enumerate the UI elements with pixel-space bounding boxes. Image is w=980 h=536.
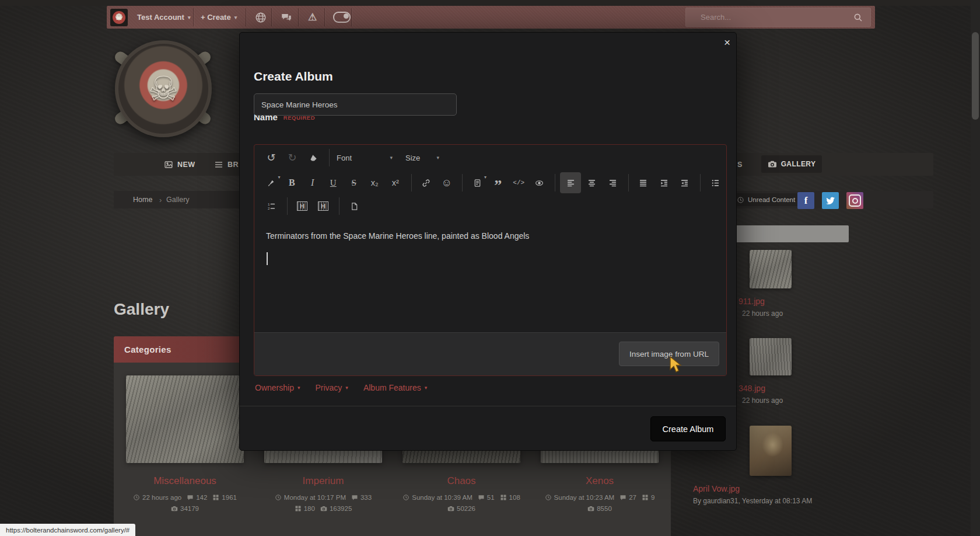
camera-icon — [768, 159, 777, 169]
code-icon[interactable]: </> — [509, 174, 528, 192]
editor-toolbar-row1: ↺↻Font▾Size▾ — [254, 145, 726, 170]
category-title[interactable]: Chaos — [402, 475, 520, 487]
superscript-icon[interactable]: x² — [386, 174, 405, 192]
categories-header-label: Categories — [124, 344, 172, 354]
justify-icon[interactable] — [634, 174, 653, 192]
underline-icon[interactable]: U — [324, 174, 344, 192]
tab-label-partial[interactable]: S — [737, 153, 743, 176]
camera-icon — [587, 505, 594, 512]
header-row-icon[interactable]: H — [292, 197, 312, 215]
album-name-input[interactable] — [254, 93, 457, 116]
breadcrumb-separator: › — [153, 191, 167, 208]
eraser-icon[interactable] — [303, 149, 323, 166]
redo-icon[interactable]: ↻ — [282, 149, 302, 166]
insert-image-url-button[interactable]: Insert image from URL — [619, 342, 719, 366]
editor-content-area[interactable]: Terminators from the Space Marine Heroes… — [254, 217, 726, 242]
subscript-icon[interactable]: x₂ — [365, 174, 385, 192]
gallery-tab[interactable]: GALLERY — [761, 155, 822, 173]
description-editor: ↺↻Font▾Size▾ ▾BIUSx₂x²☺▾”</> 12HH Termin… — [254, 144, 727, 376]
scrollbar-thumb[interactable] — [972, 32, 979, 120]
screen: ☠ Test Account▾ + Create▾ ⚠ ☠ — [0, 0, 980, 536]
category-thumbnail[interactable] — [126, 375, 244, 463]
album-option-album-features[interactable]: Album Features▾ — [363, 383, 427, 392]
svg-text:2: 2 — [267, 206, 270, 210]
align-right-icon[interactable] — [603, 174, 622, 192]
site-emblem[interactable]: ☠ — [108, 34, 217, 142]
category-album-count: 1961 — [222, 494, 237, 501]
theme-toggle-icon — [333, 12, 351, 23]
font-dropdown[interactable]: Font▾ — [334, 149, 395, 166]
category-title[interactable]: Imperium — [264, 475, 382, 487]
category-title[interactable]: Miscellaneous — [126, 475, 244, 487]
recent-image-thumbnail[interactable] — [750, 426, 792, 476]
emoji-icon[interactable]: ☺ — [437, 174, 457, 192]
camera-icon — [171, 505, 178, 512]
page-break-icon[interactable] — [344, 197, 364, 215]
align-left-icon[interactable] — [560, 172, 580, 193]
recent-image-thumbnail[interactable] — [750, 250, 792, 288]
instagram-button[interactable] — [846, 192, 863, 209]
discover-button[interactable] — [255, 6, 267, 29]
svg-text:1: 1 — [267, 202, 270, 206]
browse-button-label: BR — [228, 161, 239, 169]
link-icon[interactable] — [416, 174, 436, 192]
messages-button[interactable] — [281, 6, 292, 29]
create-album-modal: × Create Album NameREQUIRED Description … — [239, 32, 737, 451]
align-center-icon[interactable] — [582, 174, 602, 192]
create-menu[interactable]: + Create▾ — [201, 6, 237, 29]
toolbar-separator — [339, 197, 340, 215]
breadcrumb-gallery[interactable]: Gallery — [166, 191, 190, 208]
browse-button-partial[interactable]: BR — [214, 153, 239, 176]
strikethrough-icon[interactable]: S — [344, 174, 364, 192]
header-column-icon[interactable]: H — [313, 197, 333, 215]
category-card[interactable]: Miscellaneous 22 hours ago 142 1961 3417… — [126, 375, 244, 512]
albums-grid-icon — [295, 505, 302, 512]
moderation-button[interactable]: ⚠ — [308, 6, 317, 29]
unordered-list-icon[interactable] — [705, 174, 725, 192]
category-comment-count: 27 — [629, 494, 636, 501]
theme-toggle[interactable] — [333, 6, 351, 29]
undo-icon[interactable]: ↺ — [261, 149, 281, 166]
recent-image-thumbnail[interactable] — [750, 338, 792, 375]
preview-eye-icon[interactable] — [530, 174, 550, 192]
albums-grid-icon — [212, 494, 219, 501]
paste-doc-icon[interactable]: ▾ — [467, 174, 487, 192]
indent-icon[interactable] — [654, 174, 674, 192]
category-comment-count: 333 — [360, 494, 372, 501]
album-option-privacy[interactable]: Privacy▾ — [315, 383, 348, 392]
search-icon[interactable] — [853, 13, 863, 22]
new-button[interactable]: NEW — [164, 153, 195, 176]
new-image-icon — [164, 160, 173, 169]
category-image-count: 34179 — [180, 505, 199, 512]
ordered-list-icon[interactable]: 12 — [261, 197, 281, 215]
site-logo-small[interactable]: ☠ — [110, 9, 128, 26]
quote-icon[interactable]: ” — [488, 174, 508, 192]
list-icon — [214, 160, 223, 169]
category-album-count: 108 — [509, 494, 520, 501]
navbar-separator — [271, 8, 272, 26]
camera-icon — [447, 505, 454, 512]
unread-content-button[interactable]: Unread Content — [731, 193, 801, 206]
close-icon[interactable]: × — [724, 36, 730, 49]
navbar-separator — [351, 8, 352, 26]
search-input[interactable] — [685, 13, 853, 22]
text-color-icon[interactable]: ▾ — [261, 174, 281, 192]
italic-icon[interactable]: I — [303, 174, 323, 192]
create-album-submit-button[interactable]: Create Album — [650, 416, 726, 441]
album-option-ownership[interactable]: Ownership▾ — [255, 383, 300, 392]
site-navbar: ☠ Test Account▾ + Create▾ ⚠ — [107, 6, 875, 29]
toolbar-separator — [287, 197, 288, 215]
clock-icon — [133, 494, 140, 501]
chevron-down-icon: ▾ — [436, 155, 439, 161]
size-dropdown[interactable]: Size▾ — [403, 149, 442, 166]
clock-icon — [402, 494, 410, 501]
twitter-button[interactable] — [822, 192, 839, 209]
breadcrumb-home[interactable]: Home — [133, 191, 152, 208]
outdent-icon[interactable] — [675, 174, 695, 192]
recent-image-filename[interactable]: April Vow.jpg — [690, 484, 851, 493]
bold-icon[interactable]: B — [282, 174, 302, 192]
account-menu[interactable]: Test Account▾ — [137, 6, 190, 29]
category-title[interactable]: Xenos — [541, 475, 659, 487]
chevron-down-icon: ▾ — [484, 175, 487, 180]
facebook-button[interactable]: f — [797, 192, 814, 209]
